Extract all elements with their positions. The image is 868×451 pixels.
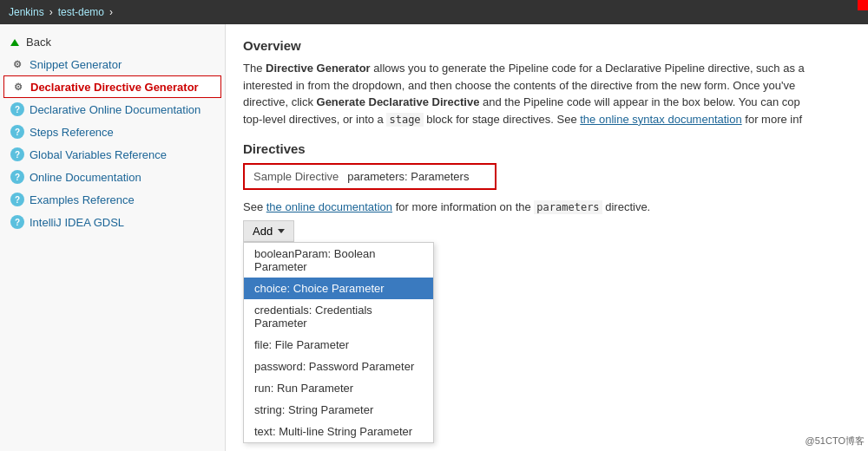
sidebar-item-online-documentation[interactable]: ? Online Documentation xyxy=(0,166,225,188)
back-icon xyxy=(10,39,19,46)
parameters-code: parameters xyxy=(534,200,602,214)
sidebar-label-ig: IntelliJ IDEA GDSL xyxy=(30,216,124,229)
overview-text-5: and the Pipeline code will appear in the… xyxy=(479,95,799,108)
info-text: See the online documentation for more in… xyxy=(243,200,851,213)
overview-text-1: The xyxy=(243,62,266,75)
caret-icon xyxy=(278,229,285,233)
directives-title: Directives xyxy=(243,141,851,156)
question-icon-6: ? xyxy=(10,215,24,229)
dropdown-item-password[interactable]: password: Password Parameter xyxy=(244,356,433,377)
overview-text-6: top-level directives, or into a xyxy=(243,113,386,126)
info-end: directive. xyxy=(602,200,651,213)
question-icon-1: ? xyxy=(10,102,24,116)
overview-text-8: for more inf xyxy=(742,113,802,126)
sidebar-label-er: Examples Reference xyxy=(30,193,135,206)
sidebar-label-ddg: Declarative Directive Generator xyxy=(30,81,199,94)
directive-value[interactable]: parameters: Parameters xyxy=(347,170,486,183)
question-icon-5: ? xyxy=(10,193,24,206)
gear-icon: ⚙ xyxy=(10,57,24,71)
dropdown-item-booleanparam[interactable]: booleanParam: Boolean Parameter xyxy=(244,243,433,278)
sep1: › xyxy=(49,6,53,18)
question-icon-2: ? xyxy=(10,125,24,139)
dropdown-item-credentials[interactable]: credentials: Credentials Parameter xyxy=(244,299,433,334)
jenkins-link[interactable]: Jenkins xyxy=(9,6,44,18)
question-icon-4: ? xyxy=(10,170,24,184)
testdemo-link[interactable]: test-demo xyxy=(58,6,104,18)
directive-label: Sample Directive xyxy=(253,170,339,183)
overview-bold2: Generate Declarative Directive xyxy=(317,95,480,108)
sep2: › xyxy=(109,6,113,18)
syntax-docs-link[interactable]: the online syntax documentation xyxy=(580,113,741,126)
sidebar-item-intellij-gdsl[interactable]: ? IntelliJ IDEA GDSL xyxy=(0,211,225,233)
overview-title: Overview xyxy=(243,38,851,53)
overview-text-3: interested in from the dropdown, and the… xyxy=(243,79,795,92)
back-label: Back xyxy=(26,36,51,49)
question-icon-3: ? xyxy=(10,147,24,161)
sidebar-item-steps-reference[interactable]: ? Steps Reference xyxy=(0,121,225,143)
sidebar-back[interactable]: Back xyxy=(0,31,225,53)
watermark: @51CTO博客 xyxy=(806,435,865,448)
top-bar: Jenkins › test-demo › xyxy=(0,0,868,24)
sidebar-label-gvr: Global Variables Reference xyxy=(30,148,167,161)
stage-code: stage xyxy=(386,113,423,127)
dropdown-item-run[interactable]: run: Run Parameter xyxy=(244,377,433,399)
overview-text-7: block for stage directives. See xyxy=(424,113,581,126)
main-content: Overview The Directive Generator allows … xyxy=(226,24,868,451)
sidebar-item-declarative-directive-generator[interactable]: ⚙ Declarative Directive Generator xyxy=(3,75,221,98)
sidebar-label-sr: Steps Reference xyxy=(30,126,114,139)
overview-paragraph: The Directive Generator allows you to ge… xyxy=(243,60,851,127)
red-corner-marker xyxy=(858,0,868,10)
overview-text-4: directive, click xyxy=(243,95,317,108)
add-dropdown-wrapper: Add booleanParam: Boolean Parameter choi… xyxy=(243,220,294,242)
dropdown-menu: booleanParam: Boolean Parameter choice: … xyxy=(243,242,434,443)
overview-text-2: allows you to generate the Pipeline code… xyxy=(371,62,805,75)
info-pre: See xyxy=(243,200,266,213)
sidebar-item-global-variables-reference[interactable]: ? Global Variables Reference xyxy=(0,143,225,166)
add-button[interactable]: Add xyxy=(243,220,294,242)
sidebar-label-dod: Declarative Online Documentation xyxy=(30,103,201,116)
directive-selector-box: Sample Directive parameters: Parameters xyxy=(243,163,496,190)
dropdown-item-choice[interactable]: choice: Choice Parameter xyxy=(244,278,433,299)
dropdown-item-string[interactable]: string: String Parameter xyxy=(244,399,433,421)
dropdown-item-text[interactable]: text: Multi-line String Parameter xyxy=(244,421,433,442)
sidebar-item-declarative-online-docs[interactable]: ? Declarative Online Documentation xyxy=(0,98,225,121)
sidebar-label-snippet: Snippet Generator xyxy=(30,58,122,71)
sidebar: Back ⚙ Snippet Generator ⚙ Declarative D… xyxy=(0,24,226,451)
gear-icon-active: ⚙ xyxy=(11,80,25,94)
info-post: for more information on the xyxy=(392,200,534,213)
add-button-label: Add xyxy=(253,225,273,238)
sidebar-item-snippet-generator[interactable]: ⚙ Snippet Generator xyxy=(0,53,225,75)
dropdown-item-file[interactable]: file: File Parameter xyxy=(244,334,433,356)
overview-bold: Directive Generator xyxy=(266,62,371,75)
layout: Back ⚙ Snippet Generator ⚙ Declarative D… xyxy=(0,24,868,451)
sidebar-label-od: Online Documentation xyxy=(30,171,141,184)
online-docs-link[interactable]: the online documentation xyxy=(266,200,392,213)
sidebar-item-examples-reference[interactable]: ? Examples Reference xyxy=(0,188,225,211)
